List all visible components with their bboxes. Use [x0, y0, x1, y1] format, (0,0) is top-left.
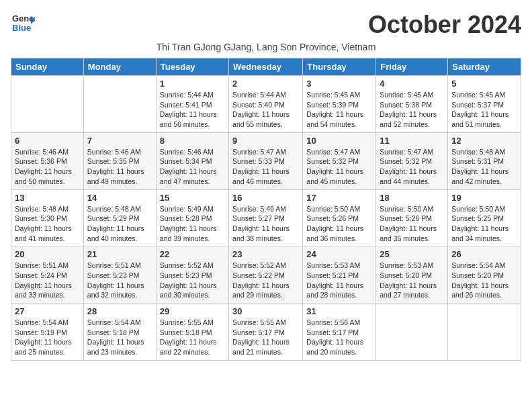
calendar-cell: 7Sunrise: 5:46 AM Sunset: 5:35 PM Daylig… [83, 132, 156, 189]
day-number: 30 [232, 306, 299, 316]
day-info: Sunrise: 5:50 AM Sunset: 5:26 PM Dayligh… [306, 204, 372, 244]
day-number: 18 [380, 193, 444, 203]
logo: General Blue [11, 11, 35, 35]
calendar-cell: 11Sunrise: 5:47 AM Sunset: 5:32 PM Dayli… [376, 132, 448, 189]
calendar-cell [83, 76, 156, 133]
weekday-header-cell: Wednesday [229, 58, 303, 76]
day-info: Sunrise: 5:46 AM Sunset: 5:34 PM Dayligh… [160, 147, 225, 187]
weekday-header-cell: Tuesday [156, 58, 228, 76]
day-info: Sunrise: 5:51 AM Sunset: 5:23 PM Dayligh… [87, 261, 152, 300]
day-info: Sunrise: 5:48 AM Sunset: 5:30 PM Dayligh… [15, 204, 80, 244]
day-info: Sunrise: 5:49 AM Sunset: 5:27 PM Dayligh… [232, 204, 299, 244]
day-number: 1 [160, 79, 225, 89]
subtitle: Thi Tran GJong GJang, Lang Son Province,… [11, 42, 521, 52]
day-number: 9 [232, 136, 299, 146]
day-info: Sunrise: 5:48 AM Sunset: 5:31 PM Dayligh… [451, 147, 517, 187]
day-number: 11 [380, 136, 444, 146]
day-number: 12 [451, 136, 517, 146]
calendar-cell: 27Sunrise: 5:54 AM Sunset: 5:19 PM Dayli… [11, 304, 84, 361]
day-info: Sunrise: 5:54 AM Sunset: 5:18 PM Dayligh… [87, 318, 152, 357]
calendar-week-row: 1Sunrise: 5:44 AM Sunset: 5:41 PM Daylig… [11, 76, 521, 133]
calendar-cell [11, 76, 84, 133]
calendar-cell: 17Sunrise: 5:50 AM Sunset: 5:26 PM Dayli… [303, 189, 376, 246]
calendar-cell: 4Sunrise: 5:45 AM Sunset: 5:38 PM Daylig… [376, 76, 448, 133]
calendar-cell: 8Sunrise: 5:46 AM Sunset: 5:34 PM Daylig… [156, 132, 228, 189]
page-header: General Blue October 2024 [11, 11, 521, 39]
calendar-cell: 18Sunrise: 5:50 AM Sunset: 5:26 PM Dayli… [376, 189, 448, 246]
calendar-week-row: 27Sunrise: 5:54 AM Sunset: 5:19 PM Dayli… [11, 304, 521, 361]
svg-text:Blue: Blue [12, 23, 31, 33]
day-number: 17 [306, 193, 372, 203]
calendar-cell: 14Sunrise: 5:48 AM Sunset: 5:29 PM Dayli… [83, 189, 156, 246]
weekday-header-row: SundayMondayTuesdayWednesdayThursdayFrid… [11, 58, 521, 76]
day-info: Sunrise: 5:45 AM Sunset: 5:38 PM Dayligh… [380, 90, 444, 130]
calendar-cell: 13Sunrise: 5:48 AM Sunset: 5:30 PM Dayli… [11, 189, 84, 246]
day-info: Sunrise: 5:55 AM Sunset: 5:17 PM Dayligh… [232, 318, 299, 357]
day-number: 10 [306, 136, 372, 146]
day-info: Sunrise: 5:47 AM Sunset: 5:32 PM Dayligh… [306, 147, 372, 187]
calendar-cell: 12Sunrise: 5:48 AM Sunset: 5:31 PM Dayli… [448, 132, 521, 189]
weekday-header-cell: Friday [376, 58, 448, 76]
day-info: Sunrise: 5:52 AM Sunset: 5:22 PM Dayligh… [232, 261, 299, 300]
calendar-table: SundayMondayTuesdayWednesdayThursdayFrid… [11, 58, 521, 361]
calendar-cell: 1Sunrise: 5:44 AM Sunset: 5:41 PM Daylig… [156, 76, 228, 133]
calendar-cell [376, 304, 448, 361]
day-number: 28 [87, 306, 152, 316]
day-number: 24 [306, 249, 372, 259]
day-number: 4 [380, 79, 444, 89]
calendar-cell: 21Sunrise: 5:51 AM Sunset: 5:23 PM Dayli… [83, 246, 156, 304]
day-number: 14 [87, 193, 152, 203]
day-number: 16 [232, 193, 299, 203]
day-number: 3 [306, 79, 372, 89]
day-info: Sunrise: 5:44 AM Sunset: 5:40 PM Dayligh… [232, 90, 299, 130]
day-number: 20 [15, 249, 80, 259]
day-number: 27 [15, 306, 80, 316]
calendar-cell: 20Sunrise: 5:51 AM Sunset: 5:24 PM Dayli… [11, 246, 84, 304]
day-info: Sunrise: 5:47 AM Sunset: 5:32 PM Dayligh… [380, 147, 444, 187]
day-info: Sunrise: 5:50 AM Sunset: 5:25 PM Dayligh… [451, 204, 517, 244]
calendar-week-row: 6Sunrise: 5:46 AM Sunset: 5:36 PM Daylig… [11, 132, 521, 189]
day-info: Sunrise: 5:51 AM Sunset: 5:24 PM Dayligh… [15, 261, 80, 300]
calendar-cell: 5Sunrise: 5:45 AM Sunset: 5:37 PM Daylig… [448, 76, 521, 133]
day-info: Sunrise: 5:56 AM Sunset: 5:17 PM Dayligh… [306, 318, 372, 357]
day-info: Sunrise: 5:48 AM Sunset: 5:29 PM Dayligh… [87, 204, 152, 244]
day-number: 25 [380, 249, 444, 259]
day-number: 7 [87, 136, 152, 146]
calendar-cell: 16Sunrise: 5:49 AM Sunset: 5:27 PM Dayli… [229, 189, 303, 246]
weekday-header-cell: Saturday [448, 58, 521, 76]
day-info: Sunrise: 5:49 AM Sunset: 5:28 PM Dayligh… [160, 204, 225, 244]
calendar-cell [448, 304, 521, 361]
day-info: Sunrise: 5:44 AM Sunset: 5:41 PM Dayligh… [160, 90, 225, 130]
calendar-cell: 22Sunrise: 5:52 AM Sunset: 5:23 PM Dayli… [156, 246, 228, 304]
weekday-header-cell: Thursday [303, 58, 376, 76]
calendar-body: 1Sunrise: 5:44 AM Sunset: 5:41 PM Daylig… [11, 76, 521, 361]
calendar-cell: 23Sunrise: 5:52 AM Sunset: 5:22 PM Dayli… [229, 246, 303, 304]
day-info: Sunrise: 5:53 AM Sunset: 5:21 PM Dayligh… [306, 261, 372, 300]
day-number: 2 [232, 79, 299, 89]
day-info: Sunrise: 5:52 AM Sunset: 5:23 PM Dayligh… [160, 261, 225, 300]
day-number: 31 [306, 306, 372, 316]
weekday-header-cell: Monday [83, 58, 156, 76]
day-number: 6 [15, 136, 80, 146]
day-info: Sunrise: 5:45 AM Sunset: 5:37 PM Dayligh… [451, 90, 517, 130]
calendar-cell: 28Sunrise: 5:54 AM Sunset: 5:18 PM Dayli… [83, 304, 156, 361]
day-number: 19 [451, 193, 517, 203]
day-info: Sunrise: 5:55 AM Sunset: 5:18 PM Dayligh… [160, 318, 225, 357]
logo-icon: General Blue [11, 11, 35, 35]
calendar-cell: 25Sunrise: 5:53 AM Sunset: 5:20 PM Dayli… [376, 246, 448, 304]
day-number: 23 [232, 249, 299, 259]
day-info: Sunrise: 5:46 AM Sunset: 5:36 PM Dayligh… [15, 147, 80, 187]
day-info: Sunrise: 5:45 AM Sunset: 5:39 PM Dayligh… [306, 90, 372, 130]
day-number: 13 [15, 193, 80, 203]
day-number: 5 [451, 79, 517, 89]
calendar-cell: 30Sunrise: 5:55 AM Sunset: 5:17 PM Dayli… [229, 304, 303, 361]
day-info: Sunrise: 5:50 AM Sunset: 5:26 PM Dayligh… [380, 204, 444, 244]
day-info: Sunrise: 5:53 AM Sunset: 5:20 PM Dayligh… [380, 261, 444, 300]
calendar-cell: 19Sunrise: 5:50 AM Sunset: 5:25 PM Dayli… [448, 189, 521, 246]
calendar-cell: 2Sunrise: 5:44 AM Sunset: 5:40 PM Daylig… [229, 76, 303, 133]
calendar-cell: 6Sunrise: 5:46 AM Sunset: 5:36 PM Daylig… [11, 132, 84, 189]
calendar-cell: 26Sunrise: 5:54 AM Sunset: 5:20 PM Dayli… [448, 246, 521, 304]
day-number: 15 [160, 193, 225, 203]
calendar-cell: 15Sunrise: 5:49 AM Sunset: 5:28 PM Dayli… [156, 189, 228, 246]
calendar-week-row: 20Sunrise: 5:51 AM Sunset: 5:24 PM Dayli… [11, 246, 521, 304]
